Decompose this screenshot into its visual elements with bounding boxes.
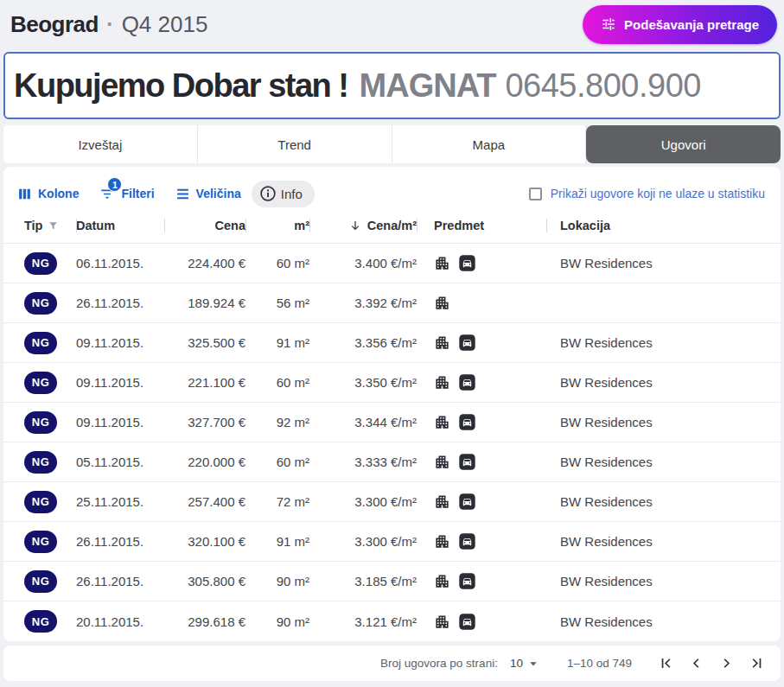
cell-cena: 327.700 € [164, 415, 245, 429]
statistics-filter: Prikaži ugovore koji ne ulaze u statisti… [529, 187, 765, 200]
column-header-tip[interactable]: Tip [24, 208, 76, 243]
cell-cena-m2: 3.400 €/m² [309, 256, 417, 270]
cell-m2: 90 m² [245, 574, 309, 588]
table-row[interactable]: NG 05.11.2015. 220.000 € 60 m² 3.333 €/m… [3, 442, 781, 482]
cell-predmet [417, 373, 546, 391]
building-icon [434, 493, 450, 510]
cell-predmet [417, 413, 546, 431]
statistics-checkbox[interactable] [529, 188, 542, 200]
per-page-label: Broj ugovora po strani: [380, 657, 498, 670]
cell-datum: 20.11.2015. [76, 614, 164, 629]
garage-icon [458, 254, 476, 272]
previous-page-button[interactable] [681, 648, 711, 678]
cell-datum: 26.11.2015. [76, 296, 164, 310]
next-page-button[interactable] [711, 648, 742, 678]
building-icon [434, 414, 450, 430]
row-size-button-label: Veličina [196, 187, 241, 200]
cell-datum: 06.11.2015. [76, 256, 164, 270]
cell-cena: 325.500 € [164, 335, 245, 350]
banner-phone: 0645.800.900 [505, 67, 700, 105]
garage-icon [458, 493, 476, 511]
table-row[interactable]: NG 20.11.2015. 299.618 € 90 m² 3.121 €/m… [3, 601, 781, 641]
settings-button-label: Podešavanja pretrage [624, 17, 759, 32]
column-header-predmet[interactable]: Predmet [417, 208, 546, 243]
table-toolbar: Kolone 1 Filteri Veličina Info Prikaži u… [3, 167, 781, 208]
last-page-button[interactable] [742, 648, 772, 678]
banner-text: Kupujemo Dobar stan ! [14, 67, 348, 105]
table-row[interactable]: NG 25.11.2015. 257.400 € 72 m² 3.300 €/m… [3, 482, 781, 522]
statistics-checkbox-label[interactable]: Prikaži ugovore koji ne ulaze u statisti… [551, 187, 765, 200]
table-row[interactable]: NG 26.11.2015. 320.100 € 91 m² 3.300 €/m… [3, 522, 781, 562]
column-header-cena-m2[interactable]: Cena/m² [309, 208, 417, 243]
filters-button[interactable]: 1 Filteri [99, 186, 154, 201]
cell-cena-m2: 3.185 €/m² [309, 574, 417, 588]
cell-predmet [417, 334, 546, 352]
filter-icon: 1 [99, 186, 115, 201]
dropdown-caret-icon [526, 656, 541, 671]
ad-banner[interactable]: Kupujemo Dobar stan ! MAGNAT 0645.800.90… [3, 52, 781, 119]
tune-icon [601, 16, 616, 32]
cell-datum: 26.11.2015. [76, 574, 164, 588]
cell-cena: 189.924 € [164, 296, 245, 310]
cell-m2: 60 m² [245, 256, 309, 270]
garage-icon [458, 413, 476, 431]
cell-cena: 305.800 € [164, 574, 245, 588]
type-badge: NG [24, 570, 57, 593]
table-row[interactable]: NG 09.11.2015. 221.100 € 60 m² 3.350 €/m… [3, 363, 781, 403]
cell-lokacija: BW Residences [546, 614, 767, 629]
column-header-m2[interactable]: m² [245, 208, 309, 243]
building-icon [434, 295, 450, 311]
column-header-datum[interactable]: Datum [76, 208, 164, 243]
info-button-label: Info [281, 187, 303, 201]
cell-m2: 60 m² [245, 455, 309, 469]
building-icon [434, 573, 450, 589]
columns-button[interactable]: Kolone [17, 187, 79, 201]
cell-m2: 92 m² [245, 415, 309, 429]
garage-icon [458, 572, 476, 590]
sort-desc-icon [348, 219, 362, 232]
table-body: NG 06.11.2015. 224.400 € 60 m² 3.400 €/m… [3, 244, 781, 641]
table-row[interactable]: NG 06.11.2015. 224.400 € 60 m² 3.400 €/m… [3, 244, 781, 283]
cell-cena-m2: 3.344 €/m² [309, 415, 417, 429]
column-header-lokacija[interactable]: Lokacija [546, 208, 767, 243]
last-page-icon [749, 655, 765, 671]
cell-datum: 25.11.2015. [76, 494, 164, 509]
table-row[interactable]: NG 26.11.2015. 305.800 € 90 m² 3.185 €/m… [3, 562, 781, 601]
cell-cena-m2: 3.392 €/m² [309, 296, 417, 310]
view-tabs: Izveštaj Trend Mapa Ugovori [3, 125, 781, 163]
tab-trend[interactable]: Trend [198, 125, 392, 163]
cell-predmet [417, 254, 546, 272]
cell-cena: 320.100 € [164, 534, 245, 549]
type-badge: NG [24, 531, 57, 553]
cell-m2: 90 m² [245, 614, 309, 629]
cell-cena: 220.000 € [164, 455, 245, 469]
cell-cena-m2: 3.333 €/m² [309, 455, 417, 469]
tab-ugovori[interactable]: Ugovori [586, 125, 781, 163]
row-size-button[interactable]: Veličina [175, 187, 241, 201]
table-row[interactable]: NG 09.11.2015. 325.500 € 91 m² 3.356 €/m… [3, 323, 781, 363]
table-row[interactable]: NG 09.11.2015. 327.700 € 92 m² 3.344 €/m… [3, 403, 781, 442]
per-page-select[interactable]: 10 [510, 656, 541, 671]
building-icon [434, 374, 450, 391]
tab-izvestaj[interactable]: Izveštaj [3, 125, 198, 163]
first-page-button[interactable] [651, 648, 681, 678]
cell-lokacija: BW Residences [546, 335, 767, 350]
garage-icon [458, 453, 476, 471]
cell-datum: 09.11.2015. [76, 375, 164, 390]
funnel-icon[interactable] [48, 220, 59, 232]
tab-mapa[interactable]: Mapa [392, 125, 587, 163]
density-icon [175, 187, 190, 201]
info-button[interactable]: Info [252, 181, 315, 207]
info-icon [258, 184, 277, 203]
type-badge: NG [24, 451, 57, 474]
cell-predmet [417, 493, 546, 511]
building-icon [434, 533, 450, 550]
cell-predmet [417, 295, 546, 311]
cell-cena-m2: 3.300 €/m² [309, 494, 417, 509]
column-header-cena[interactable]: Cena [164, 208, 245, 243]
cell-m2: 60 m² [245, 375, 309, 390]
table-row[interactable]: NG 26.11.2015. 189.924 € 56 m² 3.392 €/m… [3, 283, 781, 323]
search-settings-button[interactable]: Podešavanja pretrage [583, 5, 777, 44]
type-badge: NG [24, 252, 57, 275]
cell-m2: 56 m² [245, 296, 309, 310]
